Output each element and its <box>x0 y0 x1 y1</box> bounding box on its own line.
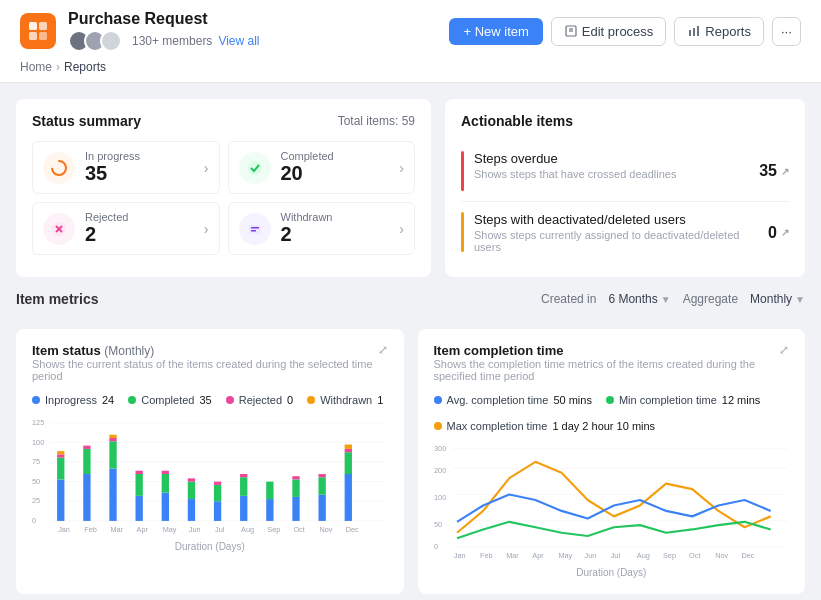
svg-rect-2 <box>29 32 37 40</box>
new-item-button[interactable]: + New item <box>449 18 542 45</box>
svg-text:Aug: Aug <box>636 551 649 560</box>
svg-rect-33 <box>57 451 64 454</box>
app-icon <box>20 13 56 49</box>
reports-button[interactable]: Reports <box>674 17 764 46</box>
legend-withdrawn: Withdrawn 1 <box>307 394 383 406</box>
overdue-desc: Shows steps that have crossed deadlines <box>474 168 676 180</box>
avatar <box>100 30 122 52</box>
completion-time-subtitle: Shows the completion time metrics of the… <box>434 358 780 382</box>
deactivated-count: 0 ↗ <box>768 224 789 242</box>
svg-text:Feb: Feb <box>480 551 493 560</box>
status-summary-title: Status summary <box>32 113 141 129</box>
svg-text:May: May <box>163 525 177 534</box>
breadcrumb-home[interactable]: Home <box>20 60 52 74</box>
item-status-period: (Monthly) <box>104 344 154 358</box>
status-summary-card: Status summary Total items: 59 <box>16 99 431 277</box>
created-in-arrow: ▼ <box>661 294 671 305</box>
completed-chevron: › <box>399 160 404 176</box>
svg-text:300: 300 <box>434 444 446 453</box>
svg-text:Jan: Jan <box>58 525 70 534</box>
metrics-title: Item metrics <box>16 291 98 307</box>
svg-rect-45 <box>162 474 169 493</box>
rejected-label: Rejected <box>85 211 128 223</box>
svg-rect-34 <box>83 474 90 521</box>
item-status-x-label: Duration (Days) <box>32 541 388 552</box>
more-button[interactable]: ··· <box>772 17 801 46</box>
status-item-rejected[interactable]: Rejected 2 › <box>32 202 220 255</box>
legend-rejected: Rejected 0 <box>226 394 294 406</box>
svg-text:200: 200 <box>434 466 446 475</box>
svg-rect-1 <box>39 22 47 30</box>
deactivated-desc: Shows steps currently assigned to deacti… <box>474 229 768 253</box>
edit-process-button[interactable]: Edit process <box>551 17 667 46</box>
item-status-subtitle: Shows the current status of the items cr… <box>32 358 378 382</box>
completed-icon <box>239 152 271 184</box>
status-item-inprogress[interactable]: In progress 35 › <box>32 141 220 194</box>
status-grid: In progress 35 › <box>32 141 415 255</box>
aggregate-dropdown[interactable]: Monthly ▼ <box>750 292 805 306</box>
svg-rect-31 <box>57 458 64 480</box>
svg-text:Sep: Sep <box>662 551 675 560</box>
created-in-value: 6 Months <box>608 292 657 306</box>
view-all-link[interactable]: View all <box>218 34 259 48</box>
actionable-items-card: Actionable items Steps overdue Shows ste… <box>445 99 805 277</box>
header: Purchase Request 130+ members View all +… <box>0 0 821 83</box>
completion-time-chart-card: Item completion time Shows the completio… <box>418 329 806 594</box>
svg-text:Jun: Jun <box>584 551 596 560</box>
svg-rect-59 <box>292 479 299 496</box>
deactivated-bar <box>461 212 464 252</box>
svg-text:Mar: Mar <box>110 525 123 534</box>
svg-rect-36 <box>83 446 90 449</box>
completion-time-expand-icon[interactable]: ⤢ <box>779 343 789 357</box>
svg-rect-51 <box>214 485 221 501</box>
legend-dot-rejected <box>226 396 234 404</box>
breadcrumb: Home › Reports <box>20 60 801 82</box>
svg-text:Oct: Oct <box>293 525 305 534</box>
metrics-section-header: Item metrics Created in 6 Months ▼ Aggre… <box>16 291 805 307</box>
svg-rect-54 <box>240 477 247 496</box>
created-in-dropdown[interactable]: 6 Months ▼ <box>608 292 670 306</box>
inprogress-label: In progress <box>85 150 140 162</box>
action-item-deactivated[interactable]: Steps with deactivated/deleted users Sho… <box>461 202 789 263</box>
line-chart-svg: 300 200 100 50 0 <box>434 440 790 560</box>
svg-rect-58 <box>292 497 299 521</box>
withdrawn-count: 2 <box>281 223 333 246</box>
deactivated-external-icon[interactable]: ↗ <box>781 227 789 238</box>
svg-rect-48 <box>188 482 195 499</box>
svg-text:Jul: Jul <box>215 525 225 534</box>
svg-rect-43 <box>136 471 143 474</box>
overdue-title: Steps overdue <box>474 151 676 166</box>
legend-dot-min <box>606 396 614 404</box>
svg-text:125: 125 <box>32 418 44 427</box>
svg-rect-62 <box>318 477 325 494</box>
svg-rect-16 <box>251 227 259 229</box>
svg-text:0: 0 <box>434 542 438 551</box>
legend-dot-completed <box>128 396 136 404</box>
member-avatars <box>68 30 116 52</box>
svg-rect-17 <box>251 230 256 232</box>
legend-dot-withdrawn <box>307 396 315 404</box>
completion-time-legend: Avg. completion time 50 mins Min complet… <box>434 394 790 432</box>
item-status-expand-icon[interactable]: ⤢ <box>378 343 388 357</box>
overdue-external-icon[interactable]: ↗ <box>781 166 789 177</box>
status-item-withdrawn[interactable]: Withdrawn 2 › <box>228 202 416 255</box>
svg-rect-47 <box>188 499 195 521</box>
svg-rect-8 <box>693 28 695 36</box>
svg-text:Dec: Dec <box>741 551 754 560</box>
deactivated-title: Steps with deactivated/deleted users <box>474 212 768 227</box>
svg-text:Oct: Oct <box>689 551 701 560</box>
status-item-completed[interactable]: Completed 20 › <box>228 141 416 194</box>
breadcrumb-separator: › <box>56 60 60 74</box>
completed-label: Completed <box>281 150 334 162</box>
inprogress-count: 35 <box>85 162 140 185</box>
svg-rect-55 <box>240 474 247 477</box>
aggregate-label: Aggregate <box>683 292 738 306</box>
rejected-count: 2 <box>85 223 128 246</box>
svg-rect-49 <box>188 478 195 481</box>
svg-rect-53 <box>240 496 247 521</box>
svg-point-11 <box>248 161 262 175</box>
bar-chart-container: 125 100 75 50 25 0 <box>32 414 388 554</box>
svg-rect-67 <box>345 445 352 449</box>
svg-rect-0 <box>29 22 37 30</box>
action-item-overdue[interactable]: Steps overdue Shows steps that have cros… <box>461 141 789 202</box>
